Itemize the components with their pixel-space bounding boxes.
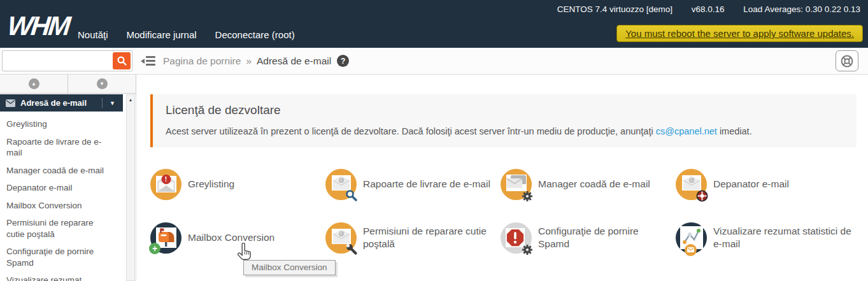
whm-app: CENTOS 7.4 virtuozzo [demo] v68.0.16 Loa… (0, 0, 868, 281)
tile-label: Configuraţie de pornire Spamd (538, 225, 669, 250)
scroll-down-icon: ▼ (97, 78, 108, 89)
tile-label: Permisiuni de reparare cutie poştală (363, 225, 494, 250)
tile-label: Greylisting (188, 178, 234, 191)
magnifier-badge-icon (345, 189, 358, 202)
top-bar: CENTOS 7.4 virtuozzo [demo] v68.0.16 Loa… (0, 0, 868, 48)
search-box (2, 50, 132, 71)
status-os: CENTOS 7.4 virtuozzo [demo] (557, 4, 672, 14)
plus-badge-icon: + (149, 243, 160, 254)
breadcrumb-separator: » (246, 55, 252, 67)
envelope-search-icon: @ (325, 169, 357, 200)
server-status: CENTOS 7.4 virtuozzo [demo] v68.0.16 Loa… (541, 4, 860, 14)
nav-logout[interactable]: Deconectare (root) (215, 29, 295, 40)
search-icon (117, 55, 127, 66)
lifebuoy-icon (840, 54, 854, 68)
nav-change-log[interactable]: Modificare jurnal (127, 29, 197, 40)
scroll-down-button[interactable]: ▼ (68, 75, 136, 93)
support-button[interactable] (836, 50, 858, 71)
tile-greylisting[interactable]: ! Greylisting (150, 168, 325, 200)
hand-cursor-icon (237, 243, 253, 261)
envelope-stack-gear-icon (501, 169, 532, 200)
notice-title: Licenţă de dezvoltare (166, 103, 844, 117)
tile-mail-troubleshooter[interactable]: @ Depanator e-mail (676, 168, 860, 200)
notice-text: Acest server utilizează în prezent o lic… (166, 126, 844, 136)
gear-icon (522, 191, 533, 202)
sidebar-item-delivery-reports[interactable]: Rapoarte de livrare de e-mail (0, 133, 123, 162)
sidebar-scroll-controls: ▲ ▼ (0, 75, 136, 94)
tile-label: Manager coadă de e-mail (538, 178, 650, 191)
sidebar-menu: Greylisting Rapoarte de livrare de e-mai… (0, 115, 123, 281)
sidebar-item-mailbox-permissions[interactable]: Permisiuni de reparare cutie poştală (0, 214, 123, 243)
mailbox-plus-icon: + (150, 222, 181, 254)
envelope-lifebuoy-icon: @ (676, 169, 707, 200)
tile-delivery-reports[interactable]: @ Rapoarte de livrare de e-mail (325, 168, 501, 200)
collapse-sidebar-icon[interactable] (141, 56, 156, 66)
sidebar-item-mail-statistics[interactable]: Vizualizare rezumat statistici de e-mail (0, 271, 123, 281)
nav-news[interactable]: Noutăţi (78, 29, 108, 40)
envelope-wrench-icon: @ (325, 222, 357, 254)
sidebar-group-title: Adresă de e-mail (20, 98, 102, 108)
envelope-badge-icon (685, 244, 697, 256)
lifebuoy-badge-icon (696, 190, 708, 202)
scrollbar-up-icon: ▲ (127, 95, 134, 102)
tile-label: Depanator e-mail (713, 178, 789, 191)
scroll-up-icon: ▲ (29, 78, 39, 89)
top-nav: Noutăţi Modificare jurnal Deconectare (r… (78, 29, 295, 40)
whm-logo: WHM (6, 11, 70, 41)
feature-grid: ! Greylisting @ Rapoarte de livrar (150, 168, 860, 254)
status-version: v68.0.16 (692, 4, 725, 14)
tooltip: Mailbox Conversion (243, 260, 336, 275)
tile-mail-queue-manager[interactable]: Manager coadă de e-mail (501, 168, 676, 200)
svg-text:@: @ (688, 177, 694, 184)
search-button[interactable] (113, 52, 131, 69)
tile-label: Mailbox Conversion (188, 231, 274, 244)
envelope-icon (6, 99, 15, 107)
sidebar-item-spamd-startup-config[interactable]: Configuraţie de pornire Spamd (0, 243, 123, 271)
breadcrumb-toolbar: Pagina de pornire » Adresă de e-mail ? (0, 48, 868, 75)
sidebar-scrollbar[interactable]: ▲ (126, 94, 135, 281)
scroll-up-button[interactable]: ▲ (0, 75, 68, 93)
cpanel-email-link[interactable]: cs@cpanel.net (656, 126, 717, 136)
svg-text:@: @ (338, 231, 344, 237)
gear-icon (522, 244, 533, 256)
tile-label: Vizualizare rezumat statistici de e-mail (713, 225, 860, 250)
breadcrumb-home-link[interactable]: Pagina de pornire (163, 55, 241, 67)
chart-envelope-icon (676, 222, 707, 254)
tile-spamd-startup-config[interactable]: Configuraţie de pornire Spamd (501, 222, 676, 254)
sidebar-item-mail-queue-manager[interactable]: Manager coadă de e-mail (0, 162, 123, 180)
breadcrumb: Pagina de pornire » Adresă de e-mail ? (163, 48, 349, 74)
sidebar-item-mail-troubleshooter[interactable]: Depanator e-mail (0, 179, 123, 197)
stop-sign-gear-icon (501, 222, 532, 254)
sidebar-item-greylisting[interactable]: Greylisting (0, 115, 123, 133)
breadcrumb-current: Adresă de e-mail (257, 55, 331, 67)
help-icon[interactable]: ? (337, 55, 349, 67)
envelope-alert-icon: ! (150, 169, 181, 200)
reboot-warning-button[interactable]: You must reboot the server to apply soft… (616, 25, 863, 42)
wrench-badge-icon (346, 243, 358, 256)
tile-mailbox-permissions[interactable]: @ Permisiuni de reparare cutie poştală (325, 222, 501, 254)
sidebar-group-email[interactable]: Adresă de e-mail ▼ (0, 94, 123, 112)
sidebar-item-mailbox-conversion[interactable]: Mailbox Conversion (0, 197, 123, 215)
svg-text:@: @ (338, 177, 344, 184)
sidebar: Adresă de e-mail ▼ Greylisting Rapoarte … (0, 94, 136, 281)
alert-badge-icon: ! (161, 175, 171, 184)
status-load: Load Averages: 0.30 0.22 0.13 (743, 4, 860, 14)
tile-mail-statistics[interactable]: Vizualizare rezumat statistici de e-mail (676, 222, 860, 254)
tile-label: Rapoarte de livrare de e-mail (363, 178, 490, 191)
chevron-down-icon: ▼ (110, 100, 115, 106)
license-notice: Licenţă de dezvoltare Acest server utili… (150, 94, 857, 147)
